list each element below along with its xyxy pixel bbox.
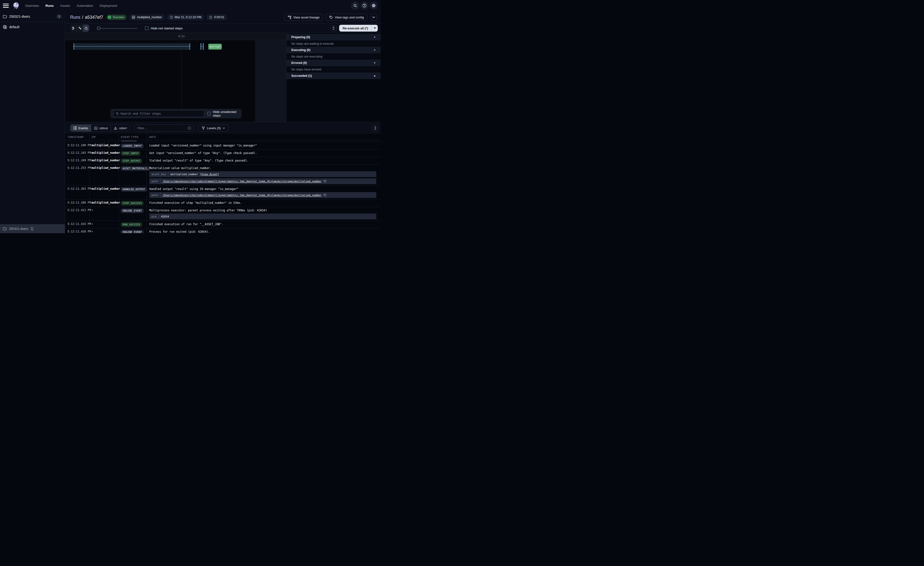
nav-item-deployment[interactable]: Deployment: [100, 4, 117, 8]
event-row[interactable]: 5:12:11.426 PM-ENGINE_EVENTProcess for r…: [65, 228, 381, 233]
event-type-cell: ENGINE_EVENT: [118, 207, 147, 221]
tab-stdout[interactable]: stdout: [91, 125, 111, 131]
view-asset-link[interactable]: View Asset: [201, 173, 218, 176]
path-link[interactable]: /Users/smackesey/stm/code/elementl/exper…: [163, 180, 322, 183]
event-op: multiplied_number: [89, 185, 118, 199]
gantt-chart[interactable]: 0.5s multipli… Hide unselected steps: [65, 33, 286, 122]
copy-icon[interactable]: [324, 180, 327, 183]
event-type-cell: STEP_SUCCESS: [118, 199, 147, 207]
caret-down-icon: [374, 27, 376, 29]
event-timestamp: 5:12:11.243 PM: [65, 150, 89, 157]
folder-icon: [3, 227, 6, 230]
levels-dropdown-button[interactable]: Levels (5): [198, 124, 228, 132]
gantt-step-box[interactable]: multipli…: [208, 44, 222, 50]
section-header-preparing[interactable]: Preparing (0)▼: [286, 34, 381, 40]
clock-icon: [170, 15, 173, 19]
event-type-cell: STEP_INPUT: [118, 150, 147, 157]
event-info: Finished execution of step "multiplied_n…: [147, 199, 381, 207]
hamburger-menu-icon[interactable]: [3, 3, 9, 9]
sidebar-item-default[interactable]: default: [0, 22, 65, 32]
event-row[interactable]: 5:12:11.415 PM-RUN_SUCCESSFinished execu…: [65, 221, 381, 228]
event-row[interactable]: 5:12:11.253 PMmultiplied_numberASSET_MAT…: [65, 165, 381, 185]
main-content: Runs / a5347ef7 ✓ Success multiplied_num…: [65, 11, 381, 233]
zoom-slider-knob[interactable]: [97, 27, 100, 30]
section-header-succeeded[interactable]: Succeeded (1)▶: [286, 73, 381, 79]
help-icon[interactable]: [360, 2, 369, 10]
expand-panel-button[interactable]: [330, 25, 337, 31]
expand-log-panel-button[interactable]: [372, 125, 379, 131]
search-icon[interactable]: [351, 2, 359, 10]
dagster-logo-icon[interactable]: [12, 2, 20, 9]
event-timestamp: 5:12:11.253 PM: [65, 165, 89, 185]
dagster-run-page: OverviewRunsAssetsAutomationDeployment: [0, 0, 381, 233]
hide-unselected-checkbox[interactable]: Hide unselected steps: [208, 110, 238, 117]
partially-scrolled-row: [65, 140, 381, 142]
view-timed-icon[interactable]: [83, 24, 89, 32]
event-info-text: Multiprocess executor: parent process ex…: [149, 208, 376, 212]
run-header-more-button[interactable]: [370, 14, 377, 21]
section-header-executing[interactable]: Executing (0)▼: [286, 47, 381, 53]
run-header: Runs / a5347ef7 ✓ Success multiplied_num…: [65, 11, 381, 24]
event-row[interactable]: 5:12:11.249 PMmultiplied_numberSTEP_OUTP…: [65, 157, 381, 165]
hide-not-started-checkbox[interactable]: Hide not started steps: [145, 27, 183, 30]
refresh-icon[interactable]: [30, 227, 34, 230]
event-type-cell: RUN_SUCCESS: [118, 221, 147, 228]
sidebar-item-repo[interactable]: 250321-dvers 1: [0, 11, 65, 22]
asset-tag-pill[interactable]: multiplied_number: [129, 14, 164, 20]
metadata-row-path: path/Users/smackesey/stm/code/elementl/e…: [149, 178, 376, 184]
reexecute-button-group: Re-execute all (*): [339, 25, 378, 32]
view-tags-config-button[interactable]: View tags and config: [326, 14, 368, 21]
step-search-input[interactable]: [120, 112, 202, 115]
sidebar-footer[interactable]: 250321-dvers: [0, 224, 65, 233]
chevron-right-icon: ▶: [374, 75, 376, 77]
gantt-workspace: 0.5s multipli… Hide unselected steps: [65, 33, 381, 122]
event-info: Handled output "result" using IO manager…: [147, 185, 381, 199]
event-op: multiplied_number: [89, 165, 118, 185]
col-timestamp: TIMESTAMP: [65, 134, 89, 140]
gantt-search-bar: Hide unselected steps: [111, 109, 242, 118]
event-type-cell: HANDLED_OUTPUT: [118, 185, 147, 199]
chevron-down-icon: ▼: [374, 62, 376, 64]
event-timestamp: 5:12:11.263 PM: [65, 185, 89, 199]
metadata-row-asset_key: asset_keymultiplied_number[View Asset]: [149, 171, 376, 177]
event-type-cell: STEP_OUTPUT: [118, 157, 147, 164]
event-row[interactable]: 5:12:11.243 PMmultiplied_numberSTEP_INPU…: [65, 150, 381, 157]
log-filter-input[interactable]: [137, 126, 188, 130]
section-header-errored[interactable]: Errored (0)▼: [286, 60, 381, 66]
event-type-badge: ENGINE_EVENT: [121, 230, 144, 233]
run-id: a5347ef7: [85, 15, 103, 20]
event-row[interactable]: 5:12:11.266 PMmultiplied_numberSTEP_SUCC…: [65, 199, 381, 207]
folder-icon: [3, 15, 7, 18]
nav-item-assets[interactable]: Assets: [60, 4, 70, 8]
section-body: No steps are executing: [286, 53, 381, 60]
topnav-actions: [351, 2, 378, 10]
log-tabs: Events stdout stderr: [70, 124, 130, 132]
view-asset-lineage-button[interactable]: View asset lineage: [284, 14, 323, 21]
event-row[interactable]: 5:12:11.411 PM-ENGINE_EVENTMultiprocess …: [65, 207, 381, 221]
step-search-input-wrap: [113, 110, 204, 117]
nav-item-automation[interactable]: Automation: [77, 4, 93, 8]
view-flat-icon[interactable]: [70, 24, 76, 32]
nav-item-overview[interactable]: Overview: [25, 4, 39, 8]
sidebar: 250321-dvers 1 default 250321-dvers: [0, 11, 65, 233]
zoom-slider[interactable]: [97, 27, 138, 30]
path-link[interactable]: /Users/smackesey/stm/code/elementl/exper…: [163, 194, 322, 197]
tab-stderr[interactable]: stderr: [111, 125, 130, 131]
event-row[interactable]: 5:12:11.240 PMmultiplied_numberLOADED_IN…: [65, 142, 381, 150]
event-type-badge: STEP_SUCCESS: [121, 201, 144, 206]
nav-item-runs[interactable]: Runs: [45, 4, 54, 8]
view-waterfall-icon[interactable]: [76, 24, 83, 32]
tab-events[interactable]: Events: [70, 125, 91, 131]
reexecute-dropdown-button[interactable]: [372, 25, 378, 32]
event-info: Process for run exited (pid: 42654).: [147, 228, 381, 233]
event-op: -: [89, 207, 118, 221]
copy-icon[interactable]: [324, 194, 327, 197]
event-row[interactable]: 5:12:11.263 PMmultiplied_numberHANDLED_O…: [65, 185, 381, 199]
event-timestamp: 5:12:11.426 PM: [65, 228, 89, 233]
gear-icon[interactable]: [369, 2, 378, 10]
breadcrumb-runs-link[interactable]: Runs: [70, 15, 80, 20]
clear-filter-icon[interactable]: [188, 126, 191, 130]
reexecute-all-button[interactable]: Re-execute all (*): [339, 25, 372, 32]
stopwatch-icon: [209, 15, 212, 19]
check-icon: ✓: [108, 15, 111, 19]
